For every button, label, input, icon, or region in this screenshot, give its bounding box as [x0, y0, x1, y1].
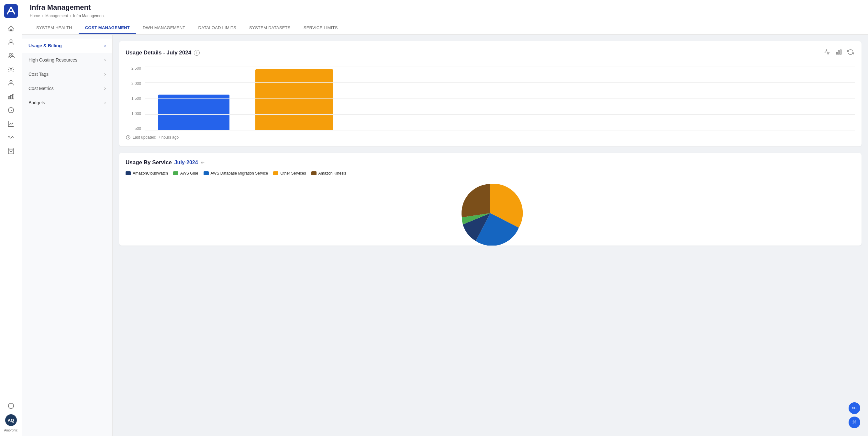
chevron-icon-budgets: › [104, 100, 106, 106]
menu-item-usage-billing[interactable]: Usage & Billing › [22, 38, 112, 53]
legend-other: Other Services [273, 171, 306, 176]
menu-item-budgets[interactable]: Budgets › [22, 95, 112, 110]
svg-point-1 [10, 40, 12, 42]
notif-count: 99+ [852, 407, 857, 410]
legend-label-kinesis: Amazon Kinesis [318, 171, 346, 176]
svg-rect-0 [4, 4, 18, 18]
cmd-badge[interactable]: ⌘ [848, 416, 860, 428]
usage-service-month: July-2024 [175, 160, 198, 166]
bar-orange-rect [255, 69, 333, 130]
right-panel: Usage Details - July 2024 i [113, 35, 868, 436]
breadcrumb: Home › Management › Infra Management [30, 13, 860, 20]
breadcrumb-sep-2: › [70, 13, 71, 18]
svg-point-3 [11, 54, 12, 56]
menu-label-cost-tags: Cost Tags [29, 71, 49, 77]
chart-legend: AmazonCloudWatch AWS Glue AWS Database M… [126, 171, 855, 176]
user-avatar[interactable]: AQ [5, 414, 17, 426]
legend-label-glue: AWS Glue [180, 171, 198, 176]
menu-item-cost-metrics[interactable]: Cost Metrics › [22, 81, 112, 95]
nav-tabs: SYSTEM HEALTH COST MANAGEMENT DWH MANAGE… [30, 22, 860, 34]
refresh-button[interactable] [846, 48, 855, 58]
svg-rect-8 [12, 94, 14, 99]
top-header: Infra Management Home › Management › Inf… [22, 0, 868, 35]
usage-service-title-row: Usage By Service July-2024 ✏ [126, 159, 205, 166]
legend-dot-dms [204, 171, 209, 175]
user-name-label: Amorphic [4, 429, 18, 432]
sidebar-icon-info[interactable] [5, 400, 17, 412]
content-area: Usage & Billing › High Costing Resources… [22, 35, 868, 436]
chart-grid [145, 66, 855, 131]
svg-rect-15 [838, 51, 839, 54]
menu-item-high-costing[interactable]: High Costing Resources › [22, 53, 112, 67]
chart-footer: Last updated: 7 hours ago [126, 135, 855, 140]
y-label-1000: 1,000 [126, 111, 141, 116]
sidebar-icon-person[interactable] [5, 36, 17, 48]
bar-orange [255, 69, 333, 130]
pie-chart-svg [442, 181, 539, 245]
sidebar-bottom: AQ Amorphic [4, 400, 18, 432]
main-area: Infra Management Home › Management › Inf… [22, 0, 868, 436]
page-title: Infra Management [30, 3, 91, 12]
sidebar: AQ Amorphic [0, 0, 22, 436]
x-axis-line [145, 131, 855, 131]
svg-point-5 [10, 81, 12, 83]
chart-bars-container [145, 66, 855, 131]
svg-point-4 [10, 68, 12, 70]
legend-kinesis: Amazon Kinesis [311, 171, 346, 176]
floating-actions: 99+ ⌘ [848, 402, 860, 428]
menu-label-budgets: Budgets [29, 100, 45, 105]
tab-cost-management[interactable]: COST MANAGEMENT [79, 22, 136, 34]
legend-dot-glue [173, 171, 178, 175]
chevron-icon-cost-metrics: › [104, 86, 106, 91]
bar-blue-rect [158, 95, 229, 130]
y-label-1500: 1,500 [126, 96, 141, 101]
sidebar-icon-clock[interactable] [5, 104, 17, 116]
legend-cloudwatch: AmazonCloudWatch [126, 171, 168, 176]
line-chart-toggle[interactable] [823, 48, 832, 58]
usage-by-service-card: Usage By Service July-2024 ✏ AmazonCloud… [119, 153, 862, 245]
tab-dwh-management[interactable]: DWH MANAGEMENT [136, 22, 192, 34]
sidebar-icon-bag[interactable] [5, 145, 17, 157]
tab-service-limits[interactable]: SERVICE LIMITS [297, 22, 344, 34]
svg-rect-7 [10, 95, 12, 99]
svg-point-2 [9, 54, 11, 56]
legend-glue: AWS Glue [173, 171, 198, 176]
menu-label-cost-metrics: Cost Metrics [29, 86, 54, 91]
y-label-2500: 2,500 [126, 66, 141, 70]
notification-badge[interactable]: 99+ [848, 402, 860, 414]
chevron-icon-usage-billing: › [104, 43, 106, 49]
tab-system-datasets[interactable]: SYSTEM DATASETS [243, 22, 297, 34]
pie-slice-kinesis [462, 184, 490, 217]
svg-rect-6 [8, 96, 10, 99]
sidebar-icon-settings[interactable] [5, 63, 17, 75]
sidebar-icon-org[interactable] [5, 91, 17, 103]
breadcrumb-home[interactable]: Home [30, 13, 40, 18]
sidebar-icon-group[interactable] [5, 50, 17, 62]
app-logo[interactable] [4, 4, 18, 18]
svg-rect-14 [837, 52, 838, 54]
edit-month-icon[interactable]: ✏ [200, 160, 205, 165]
breadcrumb-sep-1: › [42, 13, 43, 18]
y-label-2000: 2,000 [126, 81, 141, 86]
info-icon[interactable]: i [194, 50, 200, 56]
sidebar-icon-home[interactable] [5, 23, 17, 34]
tab-dataload-limits[interactable]: DATALOAD LIMITS [192, 22, 243, 34]
legend-dot-kinesis [311, 171, 316, 175]
clock-icon [126, 135, 131, 140]
sidebar-icon-user[interactable] [5, 77, 17, 89]
legend-label-dms: AWS Database Migration Service [211, 171, 268, 176]
legend-label-other: Other Services [280, 171, 306, 176]
usage-details-title-text: Usage Details - July 2024 [126, 50, 191, 56]
sidebar-icon-wave[interactable] [5, 132, 17, 143]
usage-details-card: Usage Details - July 2024 i [119, 41, 862, 146]
chevron-icon-cost-tags: › [104, 71, 106, 77]
legend-dot-other [273, 171, 278, 175]
menu-item-cost-tags[interactable]: Cost Tags › [22, 67, 112, 81]
left-menu: Usage & Billing › High Costing Resources… [22, 35, 113, 436]
breadcrumb-parent[interactable]: Management [45, 13, 68, 18]
card-actions [823, 48, 855, 58]
sidebar-icon-analytics[interactable] [5, 118, 17, 129]
bar-chart-toggle[interactable] [834, 48, 843, 58]
tab-system-health[interactable]: SYSTEM HEALTH [30, 22, 79, 34]
cmd-symbol: ⌘ [852, 420, 857, 425]
